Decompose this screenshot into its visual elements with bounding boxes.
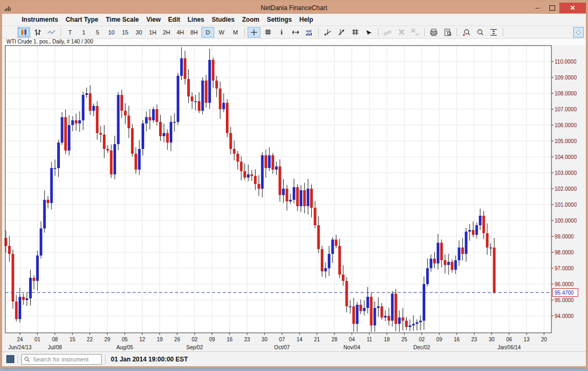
candlestick-chart-button[interactable] xyxy=(17,27,30,38)
menu-item-studies[interactable]: Studies xyxy=(208,15,238,24)
horizontal-scroll-button[interactable] xyxy=(289,27,302,38)
grid-button[interactable] xyxy=(261,27,274,38)
svg-text:99.0000: 99.0000 xyxy=(555,234,574,240)
info-button[interactable]: i xyxy=(275,27,288,38)
timeframe-button-2H[interactable]: 2H xyxy=(160,27,173,38)
toolbar-separator xyxy=(457,28,457,37)
svg-text:105.0000: 105.0000 xyxy=(555,138,577,144)
trend-line-arrow-button[interactable] xyxy=(335,27,348,38)
delete-all-x-icon: all xyxy=(410,28,420,36)
menu-item-help[interactable]: Help xyxy=(295,15,317,24)
delete-line-button-disabled[interactable] xyxy=(395,27,408,38)
timeframe-button-4H[interactable]: 4H xyxy=(174,27,187,38)
connection-status-icon[interactable] xyxy=(6,355,14,363)
timeframe-button-15[interactable]: 15 xyxy=(119,27,131,38)
svg-text:28: 28 xyxy=(331,337,338,342)
crosshair-button[interactable] xyxy=(248,27,260,38)
delete-x-icon xyxy=(398,29,405,36)
minimize-button[interactable]: – xyxy=(530,3,545,13)
window-frame-accent xyxy=(2,368,586,369)
search-input[interactable] xyxy=(32,356,99,363)
parallel-channel-button-disabled[interactable] xyxy=(381,27,394,38)
menu-item-settings[interactable]: Settings xyxy=(263,15,295,24)
timeframe-button-W[interactable]: W xyxy=(215,27,228,38)
zoom-out-button[interactable] xyxy=(473,27,486,38)
svg-text:02: 02 xyxy=(419,337,425,342)
svg-text:09: 09 xyxy=(209,337,215,342)
volume-button[interactable]: vol xyxy=(303,27,315,38)
grid-icon xyxy=(265,29,271,36)
zoom-in-button[interactable] xyxy=(460,27,472,38)
timeframe-button-8H[interactable]: 8H xyxy=(188,27,200,38)
chart-title-strip: WTI Crude 1. pos., Daily, # 140 / 300 xyxy=(2,39,586,45)
toolbar-separator xyxy=(244,28,245,37)
svg-text:107.0000: 107.0000 xyxy=(555,107,577,112)
svg-text:all: all xyxy=(415,32,419,36)
menu-item-edit[interactable]: Edit xyxy=(164,15,184,24)
pointer-arrow-button[interactable] xyxy=(363,27,375,38)
zoom-in-icon xyxy=(462,29,470,36)
panel-window-button[interactable] xyxy=(573,27,584,38)
timeframe-button-1H[interactable]: 1H xyxy=(146,27,159,38)
svg-text:14: 14 xyxy=(296,337,303,342)
menu-item-chart-type[interactable]: Chart Type xyxy=(62,15,102,24)
svg-text:24: 24 xyxy=(17,337,23,342)
svg-text:Oct/07: Oct/07 xyxy=(274,344,290,350)
maximize-button[interactable] xyxy=(545,3,559,13)
line-chart-icon xyxy=(47,29,56,36)
svg-text:11: 11 xyxy=(366,337,372,342)
menu-item-view[interactable]: View xyxy=(143,15,164,24)
svg-text:vol: vol xyxy=(306,29,311,33)
timeframe-button-M[interactable]: M xyxy=(229,27,242,38)
candlestick-chart[interactable]: 94.000095.000096.000097.000098.000099.00… xyxy=(2,45,586,351)
fit-vertical-button[interactable] xyxy=(487,27,500,38)
svg-text:Aug/05: Aug/05 xyxy=(116,344,133,350)
statusbar-separator xyxy=(17,355,18,364)
menu-item-instruments[interactable]: Instruments xyxy=(18,15,62,24)
toolbar-separator xyxy=(318,28,319,37)
toolbar-separator xyxy=(378,28,379,37)
instrument-search-box[interactable] xyxy=(21,354,102,365)
volume-icon: vol xyxy=(305,29,313,36)
svg-text:106.0000: 106.0000 xyxy=(555,122,577,128)
svg-text:20: 20 xyxy=(541,337,548,342)
svg-text:04: 04 xyxy=(349,337,355,342)
line-chart-button[interactable] xyxy=(45,27,58,38)
status-bar: 01 Jan 2014 19:00:00 EST xyxy=(2,351,586,366)
timeframe-button-D[interactable]: D xyxy=(201,27,214,38)
chart-area[interactable]: 94.000095.000096.000097.000098.000099.00… xyxy=(2,45,586,351)
svg-text:21: 21 xyxy=(314,337,320,342)
parallel-lines-icon xyxy=(352,29,359,36)
ohlc-bar-chart-button[interactable] xyxy=(31,27,44,38)
timeframe-button-30[interactable]: 30 xyxy=(133,27,145,38)
svg-text:Nov/04: Nov/04 xyxy=(344,344,361,350)
print-preview-button[interactable] xyxy=(441,27,454,38)
svg-text:Sep/02: Sep/02 xyxy=(186,344,203,350)
menu-item-lines[interactable]: Lines xyxy=(184,15,208,24)
timeframe-button-1[interactable]: 1 xyxy=(77,27,90,38)
print-button[interactable] xyxy=(427,27,440,38)
timeframe-button-10[interactable]: 10 xyxy=(105,27,118,38)
parallel-lines-button[interactable] xyxy=(349,27,362,38)
menu-item-time-scale[interactable]: Time Scale xyxy=(102,15,142,24)
svg-text:15: 15 xyxy=(69,337,76,342)
timeframe-button-T[interactable]: T xyxy=(64,27,76,38)
crosshair-icon xyxy=(250,29,258,36)
svg-text:05: 05 xyxy=(122,337,128,342)
menu-item-zoom[interactable]: Zoom xyxy=(238,15,263,24)
svg-text:Jan/06/14: Jan/06/14 xyxy=(497,344,521,350)
title-bar: NetDania FinanceChart – ✕ xyxy=(2,2,586,14)
trend-line-button[interactable] xyxy=(321,27,334,38)
svg-text:Jun/24/13: Jun/24/13 xyxy=(8,344,32,350)
svg-text:110.0000: 110.0000 xyxy=(555,59,576,65)
close-button[interactable]: ✕ xyxy=(559,3,586,13)
printer-icon xyxy=(429,29,438,36)
timeframe-button-5[interactable]: 5 xyxy=(91,27,104,38)
ohlc-bars-icon xyxy=(34,29,41,36)
svg-text:95.0000: 95.0000 xyxy=(555,297,574,303)
delete-all-lines-button-disabled[interactable]: all xyxy=(409,27,422,38)
svg-text:25: 25 xyxy=(401,337,408,342)
window-title: NetDania FinanceChart xyxy=(2,4,586,12)
svg-text:18: 18 xyxy=(384,337,390,342)
maximize-icon xyxy=(549,5,555,11)
